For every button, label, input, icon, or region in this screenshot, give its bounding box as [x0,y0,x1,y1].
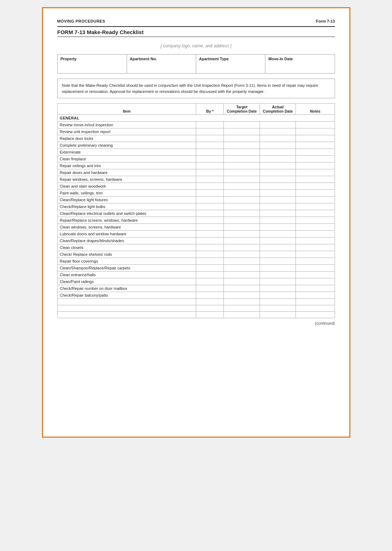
table-row: Repair windows, screens, hardware [57,176,335,183]
info-fields-row: Property Apartment No. Apartment Type Mo… [57,54,335,74]
checklist-table: Item By * Target Completion Date Actual … [57,103,335,318]
actual-cell [260,176,296,183]
table-row: Check/ Replace shelves/ rods [57,251,335,258]
item-cell: Check/Repair number on door mailbox [57,285,196,292]
empty-row [57,299,335,305]
by-cell [196,176,224,183]
notes-cell [296,244,335,251]
notes-cell [296,285,335,292]
target-cell [224,210,260,217]
actual-cell [260,272,296,278]
table-row: Complete preliminary cleaning [57,142,335,149]
actual-cell [260,237,296,244]
target-cell [224,169,260,176]
item-cell: Repair doors and hardware [57,169,196,176]
target-cell [224,156,260,163]
item-cell: Repair ceilings and trim [57,163,196,169]
by-cell [196,258,224,265]
item-cell: Check/ Replace shelves/ rods [57,251,196,258]
notes-cell [296,272,335,278]
notes-cell [296,292,335,299]
target-cell [224,163,260,169]
target-cell [224,231,260,237]
notes-cell [296,135,335,142]
actual-cell [260,128,296,135]
by-cell [196,292,224,299]
move-in-date-label: Move-In Date [268,57,331,61]
notes-cell [296,217,335,224]
table-row: Lubricate doors and window hardware [57,231,335,237]
target-cell [224,203,260,210]
item-cell: Complete preliminary cleaning [57,142,196,149]
actual-cell [260,197,296,203]
table-row: Review unit inspection report [57,128,335,135]
move-in-date-field: Move-In Date [265,55,334,73]
actual-cell [260,265,296,272]
table-row: Paint walls, ceilings, trim [57,190,335,197]
notes-cell [296,210,335,217]
page: MOVING PROCEDURES Form 7-13 FORM 7-13 Ma… [42,7,350,438]
item-cell: Clean entrance/halls [57,272,196,278]
target-cell [224,272,260,278]
table-row: Exterminate [57,149,335,156]
notes-cell [296,190,335,197]
item-cell: Exterminate [57,149,196,156]
item-cell: Clean fireplace [57,156,196,163]
empty-row [57,312,335,318]
target-cell [224,292,260,299]
by-cell [196,135,224,142]
actual-cell [260,190,296,197]
item-cell: Review move-in/out inspection [57,122,196,128]
by-cell [196,183,224,190]
moving-procedures-label: MOVING PROCEDURES [57,19,105,23]
target-cell [224,224,260,231]
target-cell [224,183,260,190]
actual-cell [260,156,296,163]
item-cell: Clean closets [57,244,196,251]
target-cell [224,237,260,244]
target-cell [224,149,260,156]
actual-cell [260,203,296,210]
by-cell [196,244,224,251]
by-cell [196,190,224,197]
item-cell: Clean/Replace light fixtures [57,197,196,203]
table-row: Repair floor coverings [57,258,335,265]
notes-cell [296,251,335,258]
item-cell: Clean/Replace electrical outlets and swi… [57,210,196,217]
actual-cell [260,122,296,128]
notes-cell [296,142,335,149]
notes-cell [296,169,335,176]
item-cell: Clean/Shampoo/Replace/Repair carpets [57,265,196,272]
target-cell [224,122,260,128]
target-cell [224,217,260,224]
actual-cell [260,244,296,251]
by-cell [196,278,224,285]
item-cell: Repair windows, screens, hardware [57,176,196,183]
property-field: Property [58,55,127,73]
item-cell: Review unit inspection report [57,128,196,135]
actual-cell [260,224,296,231]
by-cell [196,210,224,217]
by-cell [196,128,224,135]
table-row: Check/Replace light bulbs [57,203,335,210]
col-header-by: By * [196,104,224,115]
item-cell: Clean and stain woodwork [57,183,196,190]
page-header: MOVING PROCEDURES Form 7-13 [57,19,335,23]
item-cell: Check/Repair balcony/patio [57,292,196,299]
table-row: Check/Repair balcony/patio [57,292,335,299]
target-cell [224,251,260,258]
by-cell [196,149,224,156]
table-row: Clean entrance/halls [57,272,335,278]
table-row: Clean/Replace drapes/blinds/shades [57,237,335,244]
item-cell: Clean/Paint railings [57,278,196,285]
table-row: Clean/Replace electrical outlets and swi… [57,210,335,217]
by-cell [196,197,224,203]
target-cell [224,142,260,149]
form-number-label: Form 7-13 [316,19,335,23]
table-row: Clean/Shampoo/Replace/Repair carpets [57,265,335,272]
target-cell [224,244,260,251]
item-cell: Clean windows, screens, hardware [57,224,196,231]
item-cell: Check/Replace light bulbs [57,203,196,210]
actual-cell [260,135,296,142]
actual-cell [260,251,296,258]
